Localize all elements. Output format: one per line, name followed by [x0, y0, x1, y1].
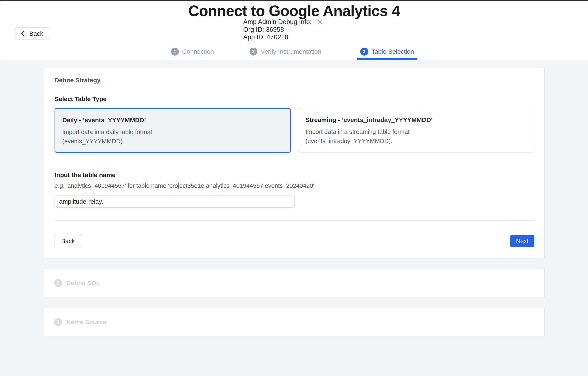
- name-source-section: 3 Name Source: [44, 308, 545, 336]
- table-type-name: Daily -: [62, 116, 83, 124]
- table-name-label: Input the table name: [54, 171, 534, 179]
- debug-info-label: Amp Admin Debug Info:: [243, 18, 312, 26]
- back-button[interactable]: Back: [54, 235, 81, 247]
- define-strategy-card: Define Strategy Select Table Type Daily …: [44, 68, 545, 258]
- debug-info-block: Amp Admin Debug Info: Org ID: 36958 App …: [243, 18, 322, 41]
- step-number-badge: 1: [171, 48, 179, 56]
- table-type-daily-option[interactable]: Daily - ‘events_YYYYMMDD’ Import data in…: [54, 108, 291, 153]
- page-title: Connect to Google Analytics 4: [0, 2, 588, 20]
- debug-org-id: Org ID: 36958: [243, 26, 322, 34]
- table-name-helper: e.g. 'analytics_401944567' for table nam…: [54, 182, 534, 189]
- section-label: Name Source: [66, 319, 106, 326]
- header: Connect to Google Analytics 4 Back Amp A…: [0, 1, 588, 60]
- connect-ga4-page: Connect to Google Analytics 4 Back Amp A…: [0, 0, 588, 376]
- step-table-selection[interactable]: 3 Table Selection: [357, 43, 417, 60]
- form-actions: Back Next: [54, 235, 534, 247]
- section-number-badge: 2: [54, 279, 62, 287]
- next-button[interactable]: Next: [510, 235, 534, 247]
- table-type-description: Import data in a streaming table format …: [305, 127, 526, 146]
- section-divider: [54, 220, 534, 220]
- table-name-input[interactable]: [54, 196, 295, 208]
- select-table-type-label: Select Table Type: [54, 95, 534, 103]
- header-back-button[interactable]: Back: [15, 27, 49, 40]
- step-connection[interactable]: 1 Connection: [171, 43, 214, 60]
- table-type-code: ‘events_intraday_YYYYMMDD’: [342, 116, 432, 123]
- table-type-description: Import data in a daily table format (eve…: [62, 127, 283, 146]
- step-number-badge: 3: [360, 48, 368, 56]
- step-label: Connection: [182, 48, 214, 55]
- section-number-badge: 3: [54, 318, 62, 326]
- table-type-code: ‘events_YYYYMMDD’: [83, 116, 146, 124]
- wizard-stepper: 1 Connection 2 Verify Instrumentation 3 …: [0, 43, 588, 60]
- step-label: Table Selection: [371, 48, 414, 55]
- debug-app-id: App ID: 470218: [243, 33, 322, 41]
- header-back-label: Back: [29, 30, 43, 37]
- chevron-left-icon: [21, 30, 25, 37]
- table-type-title: Streaming - ‘events_intraday_YYYYMMDD’: [305, 116, 526, 124]
- step-verify-instrumentation[interactable]: 2 Verify Instrumentation: [250, 43, 321, 60]
- close-icon[interactable]: [317, 19, 322, 25]
- step-label: Verify Instrumentation: [261, 48, 321, 55]
- define-sql-section: 2 Define SQL: [44, 269, 545, 297]
- section-label: Define SQL: [66, 280, 100, 287]
- table-type-title: Daily - ‘events_YYYYMMDD’: [62, 116, 283, 124]
- table-type-name: Streaming -: [305, 116, 342, 123]
- define-strategy-heading: Define Strategy: [54, 77, 534, 84]
- table-type-options: Daily - ‘events_YYYYMMDD’ Import data in…: [54, 108, 534, 153]
- main-content: Define Strategy Select Table Type Daily …: [44, 68, 545, 336]
- table-type-streaming-option[interactable]: Streaming - ‘events_intraday_YYYYMMDD’ I…: [298, 108, 534, 153]
- step-number-badge: 2: [250, 48, 257, 56]
